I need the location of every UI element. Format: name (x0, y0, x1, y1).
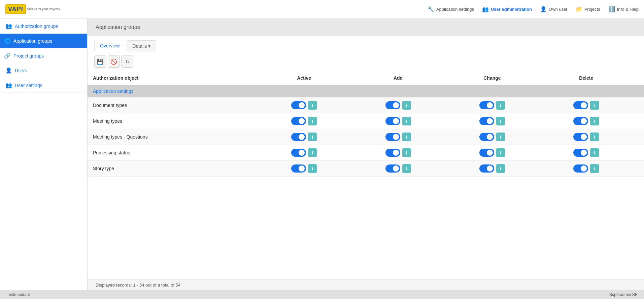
toggle-add[interactable] (385, 101, 400, 109)
sidebar: 👥 Authorization groups 🌐 Application gro… (0, 19, 88, 290)
info-button-active[interactable]: i (308, 164, 317, 173)
toggle-change[interactable] (479, 117, 494, 125)
info-button-active[interactable]: i (308, 101, 317, 110)
info-button-active[interactable]: i (308, 133, 317, 141)
info-button-change[interactable]: i (496, 148, 505, 157)
table-row: Story typeiiii (88, 161, 644, 177)
info-button-active[interactable]: i (308, 117, 317, 125)
toggle-active[interactable] (291, 164, 306, 173)
toggle-active[interactable] (291, 117, 306, 125)
main-layout: 👥 Authorization groups 🌐 Application gro… (0, 19, 644, 290)
nav-app-settings-label: Application settings (436, 7, 474, 12)
user-settings-icon: 👥 (5, 82, 12, 88)
toggle-delete[interactable] (573, 133, 588, 141)
sidebar-item-application-groups[interactable]: 🌐 Application groups (0, 34, 87, 48)
col-change: Change (445, 71, 539, 85)
toggle-add[interactable] (385, 133, 400, 141)
sidebar-item-user-settings-label: User settings (15, 83, 42, 88)
row-delete: i (539, 113, 633, 129)
row-delete: i (539, 145, 633, 161)
row-delete: i (539, 129, 633, 145)
toggle-add[interactable] (385, 117, 400, 125)
row-change: i (445, 129, 539, 145)
toggle-group-active: i (262, 133, 345, 141)
nav-app-settings[interactable]: 🔧 Application settings (428, 6, 474, 12)
wrench-icon: 🔧 (428, 6, 434, 12)
row-add: i (351, 145, 445, 161)
nav-projects[interactable]: 📁 Projects (576, 6, 600, 12)
refresh-button[interactable]: ↻ (121, 55, 133, 68)
auth-groups-icon: 👥 (5, 23, 12, 29)
toggle-active[interactable] (291, 133, 306, 141)
nav-info-help[interactable]: ℹ️ Info & Help (608, 6, 639, 12)
user-icon: 👤 (540, 6, 547, 12)
info-button-delete[interactable]: i (590, 164, 599, 173)
col-active: Active (257, 71, 351, 85)
sidebar-item-authorization-groups[interactable]: 👥 Authorization groups (0, 19, 87, 34)
sidebar-item-users[interactable]: 👤 Users (0, 63, 87, 78)
col-auth-object: Authorization object (88, 71, 257, 85)
info-button-change[interactable]: i (496, 164, 505, 173)
info-button-add[interactable]: i (402, 117, 411, 125)
toggle-change[interactable] (479, 149, 494, 157)
info-button-add[interactable]: i (402, 148, 411, 157)
tab-overview[interactable]: Overview (94, 40, 125, 52)
project-groups-icon: 🔗 (4, 52, 11, 59)
status-left: Testmandant (7, 292, 30, 297)
toggle-delete[interactable] (573, 101, 588, 109)
info-button-change[interactable]: i (496, 101, 505, 110)
toggle-active[interactable] (291, 149, 306, 157)
table-container: Authorization object Active Add Change D… (88, 71, 644, 279)
col-extra (633, 71, 644, 85)
footer-bar: Displayed records: 1 - 54 out of a total… (88, 279, 644, 290)
toggle-add[interactable] (385, 149, 400, 157)
row-add: i (351, 129, 445, 145)
sidebar-item-project-groups-label: Project groups (13, 53, 44, 59)
info-button-active[interactable]: i (308, 148, 317, 157)
logo: VAPI (5, 4, 26, 14)
toggle-delete[interactable] (573, 117, 588, 125)
save-button[interactable]: 💾 (94, 55, 106, 68)
group-header-application-settings[interactable]: Application settings (88, 85, 644, 98)
info-button-delete[interactable]: i (590, 101, 599, 110)
table-row: Meeting typesiiii (88, 113, 644, 129)
tab-details[interactable]: Details ▾ (127, 40, 156, 51)
nav-user-admin[interactable]: 👥 User administration (482, 6, 532, 12)
nav-own-user-label: Own user (549, 7, 568, 12)
info-button-add[interactable]: i (402, 164, 411, 173)
records-text: Displayed records: 1 - 54 out of a total… (96, 283, 180, 288)
projects-icon: 📁 (576, 6, 582, 12)
toggle-change[interactable] (479, 164, 494, 173)
row-change: i (445, 113, 539, 129)
toggle-group-active: i (262, 148, 345, 157)
sidebar-item-user-settings[interactable]: 👥 User settings (0, 78, 87, 93)
toggle-group-change: i (450, 164, 534, 173)
toggle-group-change: i (450, 133, 534, 141)
info-button-delete[interactable]: i (590, 148, 599, 157)
row-name: Processing status (88, 145, 257, 161)
toggle-delete[interactable] (573, 164, 588, 173)
info-button-delete[interactable]: i (590, 117, 599, 125)
row-name: Meeting types - Questions (88, 129, 257, 145)
toggle-group-delete: i (545, 148, 628, 157)
row-name: Story type (88, 161, 257, 177)
table-row: Processing statusiiii (88, 145, 644, 161)
toggle-change[interactable] (479, 133, 494, 141)
info-button-add[interactable]: i (402, 133, 411, 141)
sidebar-item-project-groups[interactable]: 🔗 Project groups (0, 48, 87, 63)
row-change: i (445, 145, 539, 161)
info-button-add[interactable]: i (402, 101, 411, 110)
nav-own-user[interactable]: 👤 Own user (540, 6, 568, 12)
users-icon: 👥 (482, 6, 489, 12)
toggle-delete[interactable] (573, 149, 588, 157)
toggle-active[interactable] (291, 101, 306, 109)
tabs-row: Overview Details ▾ (88, 36, 644, 52)
toggle-add[interactable] (385, 164, 400, 173)
toggle-change[interactable] (479, 101, 494, 109)
cancel-button[interactable]: 🚫 (108, 55, 120, 68)
info-button-change[interactable]: i (496, 133, 505, 141)
group-name-application-settings: Application settings (88, 85, 644, 98)
row-add: i (351, 98, 445, 113)
info-button-change[interactable]: i (496, 117, 505, 125)
info-button-delete[interactable]: i (590, 133, 599, 141)
